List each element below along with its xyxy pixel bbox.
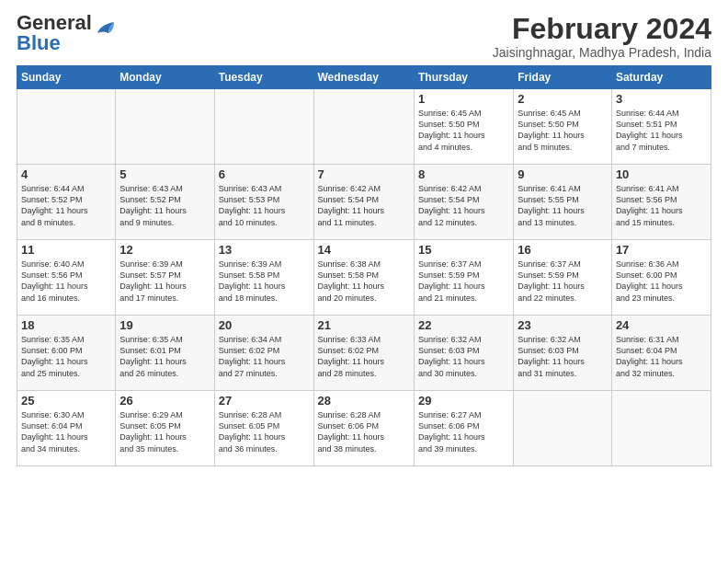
day-number: 22 — [418, 318, 509, 332]
week-row-5: 25Sunrise: 6:30 AM Sunset: 6:04 PM Dayli… — [17, 391, 711, 466]
col-header-friday: Friday — [514, 66, 612, 89]
logo-bird-icon — [96, 20, 116, 37]
day-cell: 25Sunrise: 6:30 AM Sunset: 6:04 PM Dayli… — [17, 391, 116, 466]
day-info: Sunrise: 6:36 AM Sunset: 6:00 PM Dayligh… — [616, 259, 707, 304]
day-number: 9 — [518, 167, 608, 181]
day-cell: 17Sunrise: 6:36 AM Sunset: 6:00 PM Dayli… — [611, 240, 711, 316]
day-info: Sunrise: 6:41 AM Sunset: 5:56 PM Dayligh… — [616, 183, 707, 228]
logo: General Blue — [17, 13, 116, 53]
day-info: Sunrise: 6:34 AM Sunset: 6:02 PM Dayligh… — [219, 334, 310, 379]
day-cell: 24Sunrise: 6:31 AM Sunset: 6:04 PM Dayli… — [611, 316, 711, 391]
day-info: Sunrise: 6:35 AM Sunset: 6:01 PM Dayligh… — [119, 334, 210, 379]
day-info: Sunrise: 6:43 AM Sunset: 5:53 PM Dayligh… — [219, 183, 310, 228]
calendar-table: SundayMondayTuesdayWednesdayThursdayFrid… — [17, 65, 711, 466]
month-year: February 2024 — [493, 13, 711, 45]
day-number: 19 — [119, 318, 210, 332]
day-info: Sunrise: 6:35 AM Sunset: 6:00 PM Dayligh… — [21, 334, 111, 379]
col-header-thursday: Thursday — [414, 66, 513, 89]
day-info: Sunrise: 6:42 AM Sunset: 5:54 PM Dayligh… — [418, 183, 509, 228]
day-info: Sunrise: 6:44 AM Sunset: 5:51 PM Dayligh… — [616, 108, 707, 153]
day-info: Sunrise: 6:42 AM Sunset: 5:54 PM Dayligh… — [318, 183, 410, 228]
location: Jaisinghnagar, Madhya Pradesh, India — [493, 45, 711, 60]
day-number: 5 — [119, 167, 210, 181]
day-cell: 4Sunrise: 6:44 AM Sunset: 5:52 PM Daylig… — [17, 165, 116, 240]
day-cell: 7Sunrise: 6:42 AM Sunset: 5:54 PM Daylig… — [313, 165, 414, 240]
day-number: 4 — [21, 167, 111, 181]
week-row-3: 11Sunrise: 6:40 AM Sunset: 5:56 PM Dayli… — [17, 240, 711, 316]
header: General Blue February 2024 Jaisinghnagar… — [17, 13, 711, 60]
day-info: Sunrise: 6:45 AM Sunset: 5:50 PM Dayligh… — [518, 108, 608, 153]
calendar-page: General Blue February 2024 Jaisinghnagar… — [0, 0, 728, 563]
day-info: Sunrise: 6:40 AM Sunset: 5:56 PM Dayligh… — [21, 259, 111, 304]
day-cell: 11Sunrise: 6:40 AM Sunset: 5:56 PM Dayli… — [17, 240, 116, 316]
day-number: 1 — [418, 92, 509, 106]
day-cell: 29Sunrise: 6:27 AM Sunset: 6:06 PM Dayli… — [414, 391, 513, 466]
logo-blue: Blue — [17, 31, 61, 54]
day-cell: 14Sunrise: 6:38 AM Sunset: 5:58 PM Dayli… — [313, 240, 414, 316]
header-row: SundayMondayTuesdayWednesdayThursdayFrid… — [17, 66, 711, 89]
col-header-monday: Monday — [116, 66, 214, 89]
day-cell: 1Sunrise: 6:45 AM Sunset: 5:50 PM Daylig… — [414, 89, 513, 165]
day-info: Sunrise: 6:33 AM Sunset: 6:02 PM Dayligh… — [318, 334, 410, 379]
day-number: 6 — [219, 167, 310, 181]
day-number: 7 — [318, 167, 410, 181]
day-info: Sunrise: 6:28 AM Sunset: 6:05 PM Dayligh… — [219, 409, 310, 454]
day-cell: 12Sunrise: 6:39 AM Sunset: 5:57 PM Dayli… — [116, 240, 214, 316]
day-info: Sunrise: 6:39 AM Sunset: 5:58 PM Dayligh… — [219, 259, 310, 304]
day-cell — [17, 89, 116, 165]
day-number: 14 — [318, 243, 410, 257]
day-cell — [514, 391, 612, 466]
day-number: 24 — [616, 318, 707, 332]
day-cell: 19Sunrise: 6:35 AM Sunset: 6:01 PM Dayli… — [116, 316, 214, 391]
day-number: 18 — [21, 318, 111, 332]
day-cell — [116, 89, 214, 165]
day-info: Sunrise: 6:27 AM Sunset: 6:06 PM Dayligh… — [418, 409, 509, 454]
title-section: February 2024 Jaisinghnagar, Madhya Prad… — [493, 13, 711, 60]
day-cell — [214, 89, 313, 165]
day-cell: 8Sunrise: 6:42 AM Sunset: 5:54 PM Daylig… — [414, 165, 513, 240]
day-info: Sunrise: 6:37 AM Sunset: 5:59 PM Dayligh… — [518, 259, 608, 304]
col-header-wednesday: Wednesday — [313, 66, 414, 89]
day-number: 26 — [119, 394, 210, 408]
day-cell: 22Sunrise: 6:32 AM Sunset: 6:03 PM Dayli… — [414, 316, 513, 391]
day-info: Sunrise: 6:45 AM Sunset: 5:50 PM Dayligh… — [418, 108, 509, 153]
day-cell: 13Sunrise: 6:39 AM Sunset: 5:58 PM Dayli… — [214, 240, 313, 316]
day-cell: 28Sunrise: 6:28 AM Sunset: 6:06 PM Dayli… — [313, 391, 414, 466]
day-info: Sunrise: 6:30 AM Sunset: 6:04 PM Dayligh… — [21, 409, 111, 454]
day-number: 20 — [219, 318, 310, 332]
day-cell: 18Sunrise: 6:35 AM Sunset: 6:00 PM Dayli… — [17, 316, 116, 391]
day-cell: 27Sunrise: 6:28 AM Sunset: 6:05 PM Dayli… — [214, 391, 313, 466]
week-row-4: 18Sunrise: 6:35 AM Sunset: 6:00 PM Dayli… — [17, 316, 711, 391]
col-header-sunday: Sunday — [17, 66, 116, 89]
day-number: 3 — [616, 92, 707, 106]
day-cell: 6Sunrise: 6:43 AM Sunset: 5:53 PM Daylig… — [214, 165, 313, 240]
day-number: 17 — [616, 243, 707, 257]
col-header-saturday: Saturday — [611, 66, 711, 89]
week-row-1: 1Sunrise: 6:45 AM Sunset: 5:50 PM Daylig… — [17, 89, 711, 165]
day-number: 10 — [616, 167, 707, 181]
day-cell: 3Sunrise: 6:44 AM Sunset: 5:51 PM Daylig… — [611, 89, 711, 165]
day-number: 12 — [119, 243, 210, 257]
day-cell: 9Sunrise: 6:41 AM Sunset: 5:55 PM Daylig… — [514, 165, 612, 240]
day-info: Sunrise: 6:28 AM Sunset: 6:06 PM Dayligh… — [318, 409, 410, 454]
day-info: Sunrise: 6:43 AM Sunset: 5:52 PM Dayligh… — [119, 183, 210, 228]
day-number: 11 — [21, 243, 111, 257]
day-cell: 26Sunrise: 6:29 AM Sunset: 6:05 PM Dayli… — [116, 391, 214, 466]
day-cell — [611, 391, 711, 466]
day-cell: 15Sunrise: 6:37 AM Sunset: 5:59 PM Dayli… — [414, 240, 513, 316]
day-number: 13 — [219, 243, 310, 257]
day-number: 28 — [318, 394, 410, 408]
day-info: Sunrise: 6:44 AM Sunset: 5:52 PM Dayligh… — [21, 183, 111, 228]
day-info: Sunrise: 6:41 AM Sunset: 5:55 PM Dayligh… — [518, 183, 608, 228]
day-number: 23 — [518, 318, 608, 332]
day-number: 29 — [418, 394, 509, 408]
day-cell: 20Sunrise: 6:34 AM Sunset: 6:02 PM Dayli… — [214, 316, 313, 391]
day-info: Sunrise: 6:32 AM Sunset: 6:03 PM Dayligh… — [518, 334, 608, 379]
day-cell: 23Sunrise: 6:32 AM Sunset: 6:03 PM Dayli… — [514, 316, 612, 391]
day-number: 16 — [518, 243, 608, 257]
day-cell: 5Sunrise: 6:43 AM Sunset: 5:52 PM Daylig… — [116, 165, 214, 240]
day-info: Sunrise: 6:32 AM Sunset: 6:03 PM Dayligh… — [418, 334, 509, 379]
day-info: Sunrise: 6:31 AM Sunset: 6:04 PM Dayligh… — [616, 334, 707, 379]
day-info: Sunrise: 6:38 AM Sunset: 5:58 PM Dayligh… — [318, 259, 410, 304]
day-cell: 2Sunrise: 6:45 AM Sunset: 5:50 PM Daylig… — [514, 89, 612, 165]
